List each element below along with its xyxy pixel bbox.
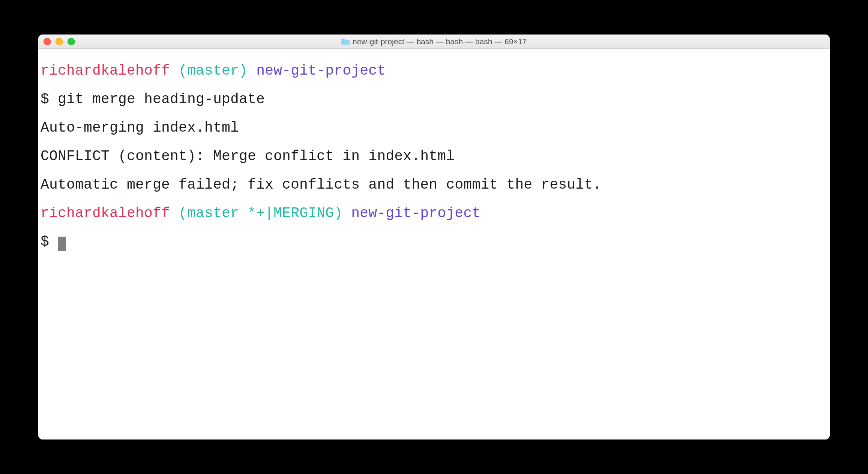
prompt-branch: (master) xyxy=(179,63,248,79)
prompt-symbol: $ xyxy=(41,91,49,107)
terminal-window: new-git-project — bash — bash — bash — 6… xyxy=(38,34,830,440)
prompt-line-2: richardkalehoff (master *+|MERGING) new-… xyxy=(41,206,827,220)
output-line-3: Automatic merge failed; fix conflicts an… xyxy=(41,178,827,192)
prompt-branch: (master *+|MERGING) xyxy=(179,205,342,221)
traffic-lights xyxy=(44,38,75,45)
prompt-dir: new-git-project xyxy=(256,63,386,79)
prompt-dir: new-git-project xyxy=(351,205,481,221)
window-title: new-git-project — bash — bash — bash — 6… xyxy=(341,37,527,46)
maximize-button[interactable] xyxy=(68,38,75,45)
prompt-line-1: richardkalehoff (master) new-git-project xyxy=(41,64,827,78)
command-line-2: $ xyxy=(41,235,827,250)
cursor xyxy=(58,237,66,251)
command-text: git merge heading-update xyxy=(58,91,265,107)
prompt-user: richardkalehoff xyxy=(41,205,170,221)
close-button[interactable] xyxy=(44,38,51,45)
command-line-1: $ git merge heading-update xyxy=(41,92,827,106)
output-line-1: Auto-merging index.html xyxy=(41,121,827,135)
output-line-2: CONFLICT (content): Merge conflict in in… xyxy=(41,149,827,164)
folder-icon xyxy=(341,39,350,45)
terminal-body[interactable]: richardkalehoff (master) new-git-project… xyxy=(38,49,830,440)
window-title-text: new-git-project — bash — bash — bash — 6… xyxy=(353,37,527,46)
prompt-user: richardkalehoff xyxy=(41,63,170,79)
prompt-symbol: $ xyxy=(41,234,49,250)
minimize-button[interactable] xyxy=(56,38,63,45)
titlebar: new-git-project — bash — bash — bash — 6… xyxy=(38,34,830,49)
